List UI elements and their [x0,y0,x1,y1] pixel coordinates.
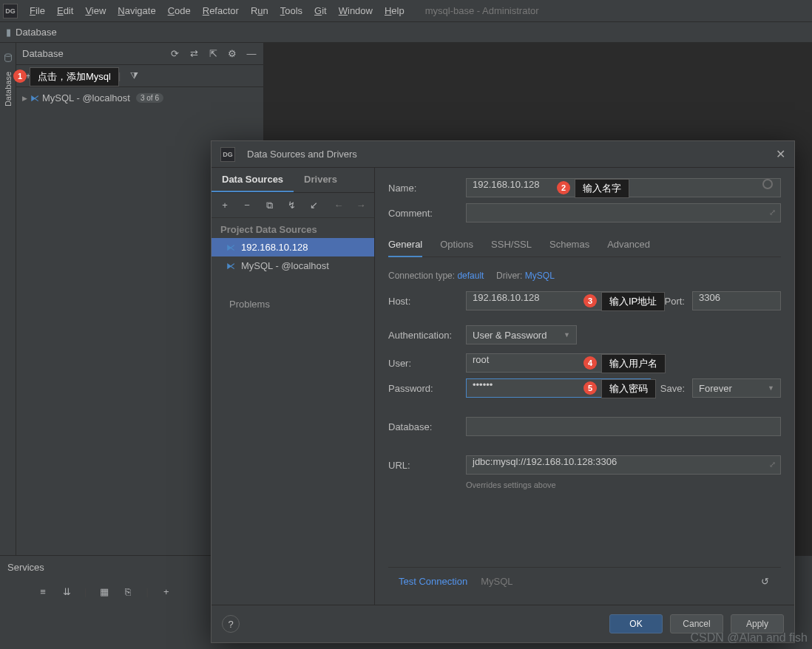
tree-item-label: MySQL - @localhost [42,92,130,103]
tab-options[interactable]: Options [440,233,473,256]
database-icon[interactable] [3,53,13,66]
folder-icon: ▮ [6,27,11,38]
menu-git[interactable]: Git [308,2,333,19]
datasource-icon: ⧔ [30,93,39,103]
expand-icon[interactable]: ≡ [37,586,49,598]
ok-button[interactable]: OK [609,614,663,633]
chevron-down-icon: ▼ [564,331,570,339]
nav-back-icon[interactable]: ← [333,200,345,211]
gear-icon[interactable]: ⚙ [226,48,238,60]
annotation-5: 输入密码 [601,379,656,398]
menu-edit[interactable]: Edit [51,2,79,19]
menu-run[interactable]: Run [245,2,274,19]
chevron-right-icon[interactable]: ▶ [22,95,27,102]
minimize-icon[interactable]: — [246,48,257,60]
annotation-badge-5: 5 [583,381,597,395]
ds-tool-icon[interactable]: ↯ [285,200,297,211]
annotation-badge-1: 1 [13,69,27,83]
breadcrumb-bar: ▮ Database [0,22,812,43]
conn-type-value[interactable]: default [457,271,484,281]
driver-label: Driver: [496,271,522,281]
menu-refactor[interactable]: Refactor [197,2,245,19]
open-icon[interactable]: ⎘ [122,586,134,598]
port-field[interactable]: 3306 [692,291,781,310]
app-icon: DG [3,4,18,18]
help-icon[interactable]: ? [222,615,240,633]
revert-icon[interactable]: ↺ [759,575,771,587]
close-icon[interactable]: ✕ [776,147,785,161]
db-tree: ▶ ⧔ MySQL - @localhost 3 of 6 [16,87,263,109]
annotation-badge-4: 4 [583,356,597,370]
problems-item[interactable]: Problems [212,293,374,316]
menu-view[interactable]: View [79,2,112,19]
breadcrumb-text: Database [16,27,57,38]
menu-navigate[interactable]: Navigate [112,2,161,19]
test-connection-link[interactable]: Test Connection [399,576,467,587]
annotation-badge-3: 3 [583,294,597,307]
footer-mysql-text: MySQL [481,576,512,587]
menubar: DG File Edit View Navigate Code Refactor… [0,0,812,22]
window-title: mysql-base - Administrator [425,5,539,16]
ds-item-mysql-localhost[interactable]: ⧔ MySQL - @localhost [212,256,374,275]
ds-remove-icon[interactable]: − [241,200,253,211]
comment-field[interactable]: ⤢ [466,203,781,222]
override-text: Overrides settings above [466,480,781,489]
ds-item-label: 192.168.10.128 [241,242,308,253]
menu-code[interactable]: Code [162,2,197,19]
expand-icon[interactable]: ⤢ [769,208,776,217]
url-label: URL: [388,460,459,471]
ds-add-icon[interactable]: + [219,200,231,211]
menu-file[interactable]: File [24,2,51,19]
menu-tools[interactable]: Tools [274,2,308,19]
dialog-title: Data Sources and Drivers [247,149,357,160]
database-label: Database: [388,421,459,432]
conn-type-label: Connection type: [388,271,455,281]
comment-label: Comment: [388,208,459,219]
grid-icon[interactable]: ▦ [98,586,110,598]
plus-icon[interactable]: + [160,586,172,598]
tree-item-count: 3 of 6 [136,93,163,103]
driver-value[interactable]: MySQL [525,271,555,281]
collapse-all-icon[interactable]: ⇊ [61,586,72,598]
ds-copy-icon[interactable]: ⧉ [263,200,275,211]
url-field[interactable]: jdbc:mysql://192.168.10.128:3306⤢ [466,455,781,475]
tab-data-sources[interactable]: Data Sources [212,168,294,192]
database-field[interactable] [466,417,781,436]
filter-icon[interactable]: ⧩ [128,70,140,82]
section-project-ds: Project Data Sources [212,218,374,238]
tab-drivers[interactable]: Drivers [294,168,348,192]
chevron-down-icon: ▼ [768,384,774,392]
expand-icon[interactable]: ⤢ [769,460,776,469]
diff-icon[interactable]: ⇄ [188,48,200,60]
auth-label: Authentication: [388,330,459,341]
ds-import-icon[interactable]: ↙ [308,200,319,211]
tab-advanced[interactable]: Advanced [607,233,650,256]
annotation-3: 输入IP地址 [601,292,665,311]
collapse-icon[interactable]: ⇱ [207,48,219,60]
menu-help[interactable]: Help [379,2,410,19]
sidebar-tab-database[interactable]: Database [4,72,13,106]
datasources-dialog: DG Data Sources and Drivers ✕ Data Sourc… [211,140,795,643]
sync-icon[interactable]: ⟳ [169,48,180,60]
auth-dropdown[interactable]: User & Password▼ [466,325,577,344]
save-dropdown[interactable]: Forever▼ [692,378,781,398]
tab-ssh-ssl[interactable]: SSH/SSL [491,233,532,256]
ds-item-192-168-10-128[interactable]: ⧔ 192.168.10.128 [212,238,374,256]
save-label: Save: [658,383,685,394]
datasource-icon: ⧔ [226,261,235,271]
annotation-badge-2: 2 [557,181,570,194]
dialog-app-icon: DG [220,147,235,162]
tab-schemas[interactable]: Schemas [549,233,589,256]
nav-fwd-icon[interactable]: → [355,200,367,211]
color-circle-icon[interactable] [762,179,773,189]
menu-window[interactable]: Window [333,2,379,19]
name-label: Name: [388,183,459,194]
db-toolbar: + ⧉ ✎ ↻ ▣ | ⧩ 1 点击，添加Mysql [16,65,263,87]
tab-general[interactable]: General [388,233,422,257]
user-label: User: [388,358,459,369]
dialog-titlebar: DG Data Sources and Drivers ✕ [212,141,794,168]
password-label: Password: [388,383,459,394]
watermark: CSDN @Alan and fish [690,631,808,645]
tree-item-mysql-localhost[interactable]: ▶ ⧔ MySQL - @localhost 3 of 6 [16,90,263,106]
db-panel-title: Database [22,48,64,59]
